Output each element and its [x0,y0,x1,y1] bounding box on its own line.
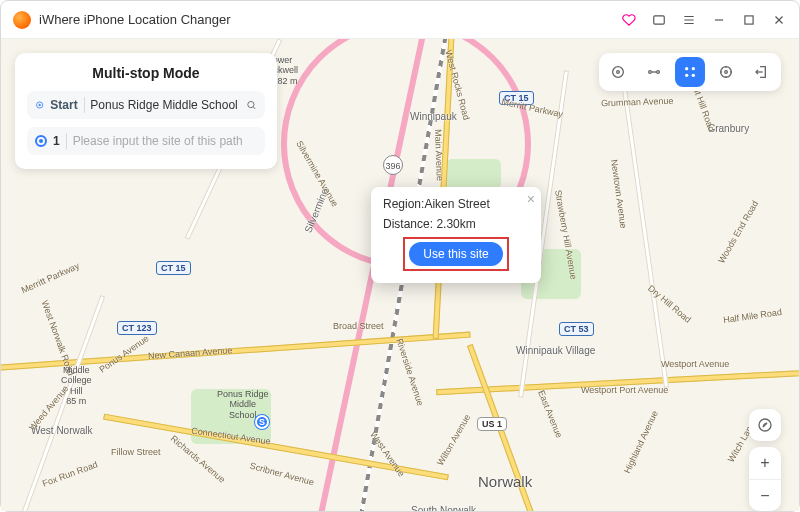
popup-distance: Distance: 2.30km [383,217,529,231]
svg-point-8 [657,71,660,74]
poi-middle-college: Middle College Hill 85 m [61,365,92,406]
feedback-icon[interactable] [651,12,667,28]
svg-rect-0 [654,15,665,23]
start-label: Start [50,98,77,112]
stop-number: 1 [53,134,60,148]
menu-icon[interactable] [681,12,697,28]
street-main-ave: Main Avenue [433,129,445,181]
svg-point-10 [692,67,695,70]
maximize-icon[interactable] [741,12,757,28]
app-window: iWhere iPhone Location Changer [0,0,800,512]
zoom-controls: + − [749,447,781,511]
exit-mode-button[interactable] [747,57,777,87]
city-label: Norwalk [478,473,532,490]
popup-region: Region:Aiken Street [383,197,529,211]
mode-joystick-button[interactable] [711,57,741,87]
multistop-panel: Multi-stop Mode Start 1 [15,53,277,169]
place-winnipauk-village: Winnipauk Village [516,345,595,356]
place-south-norwalk: South Norwalk [411,505,476,511]
stop-location-input[interactable] [73,134,257,148]
svg-point-5 [613,67,624,78]
stop-input-row: 1 [27,127,265,155]
route-shield-ct123: CT 123 [117,321,157,335]
mode-teleport-button[interactable] [603,57,633,87]
svg-point-3 [39,104,41,106]
zoom-in-button[interactable]: + [749,447,781,479]
location-popup: × Region:Aiken Street Distance: 2.30km U… [371,187,541,283]
street-broad: Broad Street [333,321,384,331]
mode-toolbar [599,53,781,91]
compass-button[interactable] [749,409,781,441]
separator [84,97,85,113]
svg-point-14 [725,71,728,74]
close-icon[interactable] [771,12,787,28]
favorite-icon[interactable] [621,12,637,28]
compass-icon [757,417,773,433]
svg-point-6 [617,71,620,74]
exit-number: 396 [383,155,403,175]
route-shield-ct15: CT 15 [156,261,191,275]
popup-close-icon[interactable]: × [527,191,535,207]
map-canvas[interactable]: CT 15 CT 15 CT 123 CT 53 US 1 396 Winnip… [1,39,799,511]
street-fillow: Fillow Street [111,447,161,457]
svg-rect-1 [745,15,753,23]
target-icon [35,98,44,112]
titlebar: iWhere iPhone Location Changer [1,1,799,39]
minimize-icon[interactable] [711,12,727,28]
search-icon[interactable] [246,97,257,113]
start-location-input[interactable] [90,98,240,112]
svg-point-11 [685,74,688,77]
titlebar-controls [621,12,787,28]
start-input-row: Start [27,91,265,119]
separator [66,133,67,149]
app-title: iWhere iPhone Location Changer [39,12,231,27]
mode-multi-stop-button[interactable] [675,57,705,87]
svg-point-13 [721,67,732,78]
svg-point-12 [692,74,695,77]
start-marker-icon[interactable]: S [255,415,269,429]
svg-point-4 [248,101,254,107]
route-shield-ct53: CT 53 [559,322,594,336]
use-site-highlight: Use this site [403,237,508,271]
svg-point-7 [649,71,652,74]
mode-one-stop-button[interactable] [639,57,669,87]
route-shield-us1: US 1 [477,417,507,431]
app-logo-icon [13,11,31,29]
stop-radio-icon [35,135,47,147]
street-westport-port: Westport Port Avenue [581,385,668,395]
svg-point-9 [685,67,688,70]
use-this-site-button[interactable]: Use this site [409,242,502,266]
zoom-out-button[interactable]: − [749,479,781,511]
panel-title: Multi-stop Mode [27,65,265,81]
street-westport: Westport Avenue [661,359,729,369]
place-winnipauk: Winnipauk [410,111,457,122]
place-west-norwalk: West Norwalk [31,425,93,436]
